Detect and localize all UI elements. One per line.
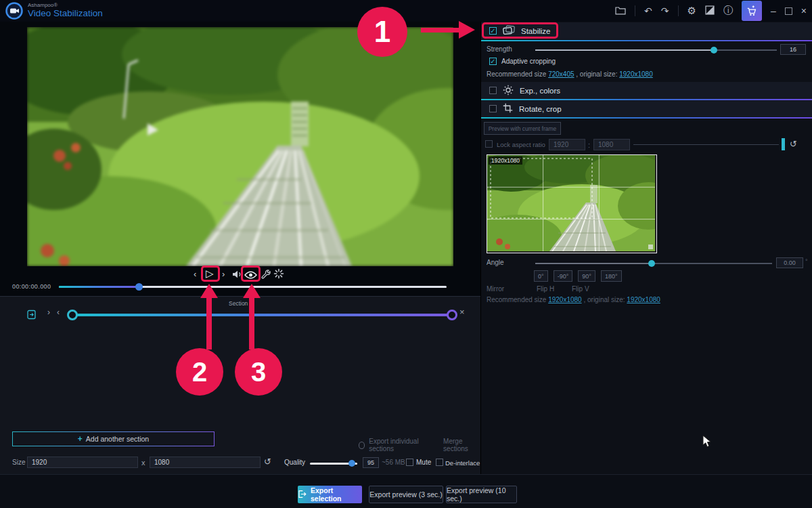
exp-colors-header[interactable]: Exp., colors [481, 82, 812, 99]
shop-cart-button[interactable] [742, 1, 762, 21]
zoom-slider[interactable] [633, 144, 779, 145]
export-selection-label: Export selection [311, 486, 362, 503]
mirror-row: Mirror Flip H Flip V [481, 285, 812, 295]
crop-width-field[interactable] [549, 139, 585, 150]
flip-h-button[interactable]: Flip H [537, 285, 554, 293]
quality-slider[interactable] [310, 463, 357, 465]
zoom-slider-thumb[interactable] [782, 138, 785, 150]
prev-frame-button[interactable]: ‹ [194, 269, 196, 279]
deinterlace-label: De-interlace [445, 459, 480, 467]
strength-slider[interactable] [535, 49, 777, 51]
estimated-filesize: ~56 MB [382, 459, 405, 466]
lock-aspect-row: Lock aspect ratio : ↺ [481, 138, 812, 150]
export-selection-button[interactable]: Export selection [298, 486, 362, 503]
close-button[interactable]: × [801, 5, 807, 16]
quality-value[interactable]: 95 [363, 457, 379, 468]
rotate-recommended-label: Recommended size [487, 296, 546, 303]
brand-name: Ashampoo® [28, 2, 58, 8]
section-start-handle[interactable] [67, 310, 78, 320]
seek-fill [59, 286, 139, 288]
original-size-link[interactable]: 1920x1080 [619, 70, 653, 78]
volume-icon[interactable] [231, 270, 242, 280]
play-button[interactable]: ▷ [206, 268, 214, 280]
rotate-0-button[interactable]: 0° [534, 270, 548, 282]
mute-checkbox[interactable] [406, 459, 413, 466]
quality-label: Quality [284, 459, 305, 466]
undo-icon[interactable]: ↶ [644, 5, 652, 16]
reset-crop-icon[interactable]: ↺ [790, 139, 797, 149]
angle-value[interactable]: 0.00 [776, 257, 803, 268]
rotate-180-button[interactable]: 180° [601, 270, 622, 282]
lock-aspect-checkbox[interactable] [485, 140, 493, 148]
angle-label: Angle [487, 259, 504, 266]
angle-slider[interactable] [535, 263, 772, 264]
add-section-button[interactable]: + Add another section [12, 431, 215, 446]
height-field[interactable] [150, 457, 261, 468]
recommended-size-label: Recommended size [487, 70, 546, 78]
seek-slider[interactable] [59, 286, 447, 288]
thumbnail-resolution-badge: 1920x1080 [489, 156, 522, 165]
stabilize-header[interactable]: ✓ Stabilize [481, 22, 812, 39]
export-individual-radio[interactable] [359, 442, 365, 449]
app-logo-icon [5, 2, 23, 20]
theme-icon[interactable] [705, 5, 715, 16]
redo-icon[interactable]: ↷ [661, 5, 669, 16]
merge-sections-label[interactable]: Merge sections [443, 438, 480, 452]
export-preview-3-button[interactable]: Export preview (3 sec.) [369, 486, 443, 503]
quality-handle[interactable] [348, 460, 355, 467]
remove-section-button[interactable]: × [459, 307, 465, 317]
rotate-original-link[interactable]: 1920x1080 [627, 296, 660, 303]
rotate-crop-checkbox[interactable] [489, 105, 497, 112]
angle-handle[interactable] [648, 260, 655, 267]
adaptive-cropping-checkbox[interactable]: ✓ [489, 58, 497, 65]
export-preview-10-button[interactable]: Export preview (10 sec.) [446, 486, 517, 503]
section-prev-icon[interactable]: ‹ [57, 308, 60, 317]
rotate-crop-divider [481, 117, 812, 119]
strength-fill [535, 49, 714, 51]
crop-preview-thumbnail: 1920x1080 [487, 154, 657, 253]
strength-handle[interactable] [710, 47, 717, 54]
open-folder-icon[interactable] [615, 5, 626, 16]
section-next-icon[interactable]: › [47, 308, 50, 317]
angle-degree-sign: ° [805, 258, 808, 265]
recommended-size-link[interactable]: 720x405 [548, 70, 574, 78]
app-window: Ashampoo® Video Stabilization ↶ ↷ ⚙ ⓘ [0, 0, 812, 508]
recommended-size-row: Recommended size 720x405 , original size… [487, 70, 653, 78]
preview-eye-button[interactable] [244, 271, 257, 280]
restore-button[interactable] [785, 7, 792, 15]
video-area: ‹ ▷ › 00:00:00.000 [0, 22, 480, 296]
titlebar-separator [635, 5, 635, 16]
section-range-slider[interactable] [68, 314, 455, 316]
video-preview [27, 27, 453, 266]
info-icon[interactable]: ⓘ [723, 5, 733, 17]
rotate-crop-header[interactable]: Rotate, crop [481, 100, 812, 117]
preview-current-frame-button[interactable]: Preview with current frame [484, 122, 561, 135]
crop-height-field[interactable] [593, 139, 630, 150]
rotate-recommended-link[interactable]: 1920x1080 [548, 296, 582, 303]
next-frame-button[interactable]: › [222, 269, 225, 279]
size-label: Size [12, 459, 25, 466]
section-end-handle[interactable] [447, 310, 457, 320]
export-individual-label: Export individual sections [369, 438, 430, 452]
stabilize-icon [503, 25, 515, 37]
deinterlace-checkbox[interactable] [436, 459, 443, 466]
width-field[interactable] [27, 457, 138, 468]
angle-row: Angle 0.00 ° [481, 257, 812, 268]
section-export-icon[interactable] [27, 310, 36, 321]
mouse-cursor [702, 435, 712, 450]
minimize-button[interactable]: – [771, 5, 776, 16]
rotate-90-button[interactable]: 90° [578, 270, 595, 282]
playback-controls: ‹ ▷ › [0, 267, 480, 282]
rotate-minus90-button[interactable]: -90° [554, 270, 573, 282]
section-label: Section [229, 300, 248, 307]
exp-colors-checkbox[interactable] [489, 87, 497, 94]
settings-gear-icon[interactable]: ⚙ [687, 5, 696, 17]
flip-v-button[interactable]: Flip V [572, 285, 589, 293]
rotate-original-label: , original size: [583, 296, 625, 303]
reset-size-icon[interactable]: ↺ [264, 457, 271, 467]
strength-value[interactable]: 16 [780, 44, 806, 55]
stabilize-checkbox[interactable]: ✓ [489, 27, 497, 35]
wrench-icon[interactable] [261, 269, 271, 280]
seek-handle[interactable] [135, 283, 143, 291]
stabilize-title: Stabilize [521, 27, 550, 35]
